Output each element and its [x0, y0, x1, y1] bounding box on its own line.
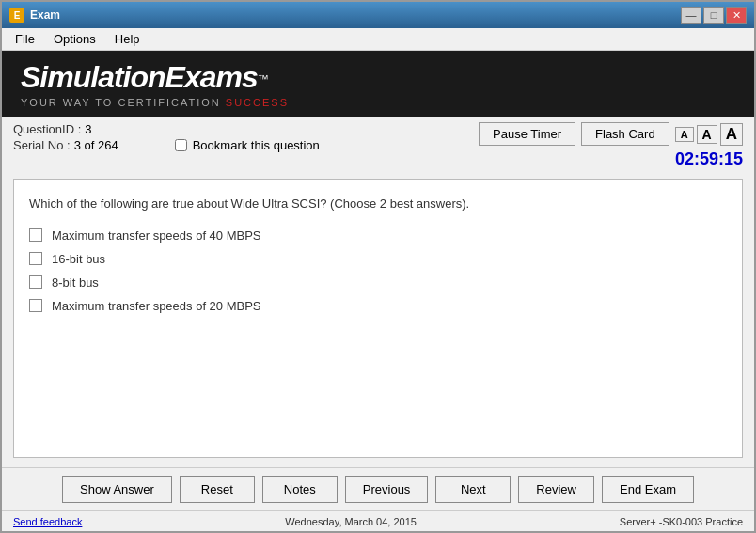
- option-label-2: 8-bit bus: [52, 275, 99, 290]
- font-size-controls: A A A: [675, 123, 743, 146]
- font-medium-button[interactable]: A: [697, 125, 717, 144]
- menu-options[interactable]: Options: [44, 30, 105, 48]
- menu-file[interactable]: File: [6, 30, 44, 48]
- logo-main-text: SimulationExams™: [21, 60, 289, 95]
- bookmark-area[interactable]: Bookmark this question: [175, 138, 320, 152]
- top-button-row: Pause Timer Flash Card A A A: [479, 122, 743, 146]
- end-exam-button[interactable]: End Exam: [602, 476, 694, 503]
- font-small-button[interactable]: A: [675, 127, 694, 142]
- maximize-button[interactable]: □: [703, 7, 724, 24]
- status-bar: Send feedback Wednesday, March 04, 2015 …: [2, 510, 754, 531]
- window-controls: — □ ✕: [681, 7, 747, 24]
- menu-help[interactable]: Help: [105, 30, 150, 48]
- title-bar: E Exam — □ ✕: [2, 2, 754, 28]
- next-button[interactable]: Next: [435, 476, 511, 503]
- question-area: Which of the following are true about Wi…: [13, 179, 743, 458]
- option-checkbox-0[interactable]: [29, 228, 42, 242]
- option-item-3: Maximum transfer speeds of 20 MBPS: [29, 299, 727, 313]
- option-label-1: 16-bit bus: [52, 252, 105, 266]
- info-top-row: QuestionID : 3 Serial No : 3 of 264 Book…: [2, 117, 754, 169]
- question-id-value: 3: [85, 122, 91, 136]
- send-feedback-link[interactable]: Send feedback: [13, 516, 82, 527]
- option-checkbox-1[interactable]: [29, 252, 42, 265]
- logo-brand-name: SimulationExams: [21, 60, 258, 94]
- option-checkbox-3[interactable]: [29, 299, 42, 312]
- serial-value: 3 of 264: [74, 138, 118, 152]
- reset-button[interactable]: Reset: [180, 476, 255, 503]
- question-id-label: QuestionID :: [13, 122, 81, 136]
- bookmark-label: Bookmark this question: [193, 138, 320, 152]
- menu-bar: File Options Help: [2, 28, 754, 51]
- logo-tm: ™: [258, 71, 269, 85]
- question-info-left: QuestionID : 3 Serial No : 3 of 264 Book…: [13, 122, 479, 154]
- flash-card-button[interactable]: Flash Card: [581, 122, 669, 146]
- option-item-0: Maximum transfer speeds of 40 MBPS: [29, 228, 727, 243]
- status-practice: Server+ -SK0-003 Practice: [620, 516, 743, 527]
- option-label-0: Maximum transfer speeds of 40 MBPS: [52, 228, 261, 243]
- minimize-button[interactable]: —: [681, 7, 701, 24]
- serial-label: Serial No :: [13, 138, 71, 152]
- previous-button[interactable]: Previous: [345, 476, 429, 503]
- question-text: Which of the following are true about Wi…: [29, 195, 727, 213]
- option-item-1: 16-bit bus: [29, 252, 727, 266]
- option-checkbox-2[interactable]: [29, 275, 42, 289]
- bottom-action-bar: Show Answer Reset Notes Previous Next Re…: [2, 467, 754, 510]
- bookmark-checkbox[interactable]: [175, 139, 187, 151]
- question-info-right: Pause Timer Flash Card A A A 02:59:15: [479, 122, 743, 169]
- pause-timer-button[interactable]: Pause Timer: [479, 122, 575, 146]
- notes-button[interactable]: Notes: [262, 476, 338, 503]
- timer-value: 02:59:15: [675, 149, 743, 168]
- font-large-button[interactable]: A: [720, 123, 743, 146]
- app-icon: E: [9, 8, 24, 23]
- status-date: Wednesday, March 04, 2015: [82, 516, 619, 527]
- show-answer-button[interactable]: Show Answer: [62, 476, 172, 503]
- timer-display: 02:59:15: [675, 149, 743, 169]
- option-item-2: 8-bit bus: [29, 275, 727, 290]
- review-button[interactable]: Review: [518, 476, 594, 503]
- logo: SimulationExams™ YOUR WAY TO CERTIFICATI…: [21, 60, 289, 108]
- logo-sub-text: YOUR WAY TO CERTIFICATION SUCCESS: [21, 97, 289, 108]
- question-id-row: QuestionID : 3: [13, 122, 479, 136]
- logo-area: SimulationExams™ YOUR WAY TO CERTIFICATI…: [2, 51, 754, 117]
- serial-row: Serial No : 3 of 264 Bookmark this quest…: [13, 138, 479, 152]
- option-label-3: Maximum transfer speeds of 20 MBPS: [52, 299, 261, 313]
- main-window: E Exam — □ ✕ File Options Help Simulatio…: [0, 0, 756, 533]
- window-title: Exam: [30, 8, 681, 22]
- close-button[interactable]: ✕: [726, 7, 747, 24]
